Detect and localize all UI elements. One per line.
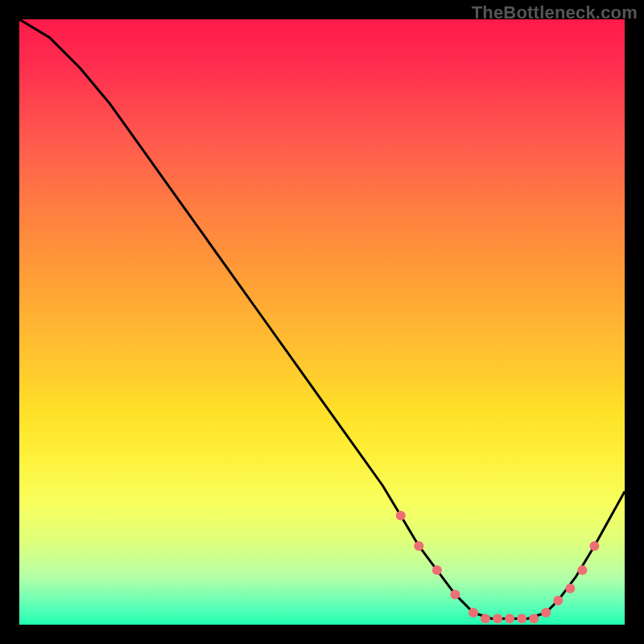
curve-markers: [396, 511, 600, 624]
frame-bottom: [0, 625, 644, 644]
data-point: [529, 614, 539, 624]
chart-svg: [0, 0, 644, 644]
curve-path: [19, 19, 625, 619]
data-point: [396, 511, 406, 521]
data-point: [565, 584, 575, 593]
data-point: [450, 589, 460, 599]
curve-line: [19, 19, 625, 619]
data-point: [553, 596, 563, 605]
data-point: [414, 541, 423, 551]
watermark-label: TheBottleneck.com: [472, 2, 638, 23]
data-point: [481, 614, 490, 624]
data-point: [541, 608, 551, 617]
data-point: [432, 565, 442, 575]
data-point: [517, 614, 526, 624]
data-point: [505, 614, 514, 624]
data-point: [589, 541, 599, 551]
data-point: [493, 614, 502, 624]
data-point: [577, 565, 587, 575]
frame-left: [0, 0, 19, 644]
frame-right: [625, 0, 644, 644]
data-point: [469, 608, 478, 617]
chart-container: TheBottleneck.com: [0, 0, 644, 644]
